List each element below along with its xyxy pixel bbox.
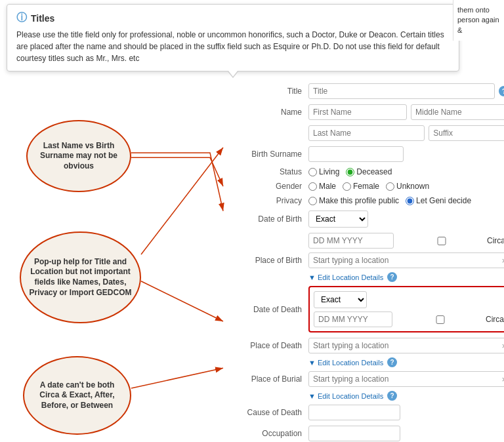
pob-edit-location-row: ▼ Edit Location Details ? <box>236 271 504 282</box>
burial-clear-icon[interactable]: × <box>501 374 504 384</box>
dod-type-select[interactable]: Exact Before After Between About Circa <box>314 291 367 308</box>
bubble-popup-help: Pop-up help for Title and Location but n… <box>20 231 141 323</box>
popup-body: Please use the title field only for prof… <box>16 29 450 64</box>
privacy-public-option[interactable]: Make this profile public <box>308 196 399 205</box>
title-label: Title <box>236 87 308 96</box>
page: ⓘ Titles Please use the title field only… <box>0 0 504 442</box>
main-content: Last Name vs Birth Surname may not be ob… <box>0 81 504 442</box>
burial-label: Place of Burial <box>236 374 308 384</box>
popup-title: ⓘ Titles <box>16 11 450 25</box>
dod-label: Date of Death <box>236 305 308 314</box>
pob-label: Place of Birth <box>236 256 308 265</box>
gender-female-option[interactable]: Female <box>343 182 379 191</box>
status-deceased-radio[interactable] <box>346 168 354 176</box>
first-name-input[interactable] <box>308 104 407 120</box>
cause-of-death-row: Cause of Death <box>236 405 504 420</box>
title-help-icon[interactable]: ? <box>499 86 504 96</box>
dob-row: Date of Birth Exact Before After Between… <box>236 211 504 228</box>
title-row: Title ? <box>236 83 504 99</box>
gender-unknown-radio[interactable] <box>386 182 394 191</box>
dob-input-row: Circa <box>236 230 504 249</box>
pob-input[interactable] <box>308 252 504 268</box>
burial-edit-control: ▼ Edit Location Details ? <box>308 390 504 401</box>
gender-male-option[interactable]: Male <box>308 182 336 191</box>
burial-input[interactable] <box>308 371 504 387</box>
last-name-input[interactable] <box>308 125 425 141</box>
cause-of-death-control <box>308 405 504 420</box>
occupation-input[interactable] <box>308 426 400 441</box>
pod-label: Place of Death <box>236 341 308 350</box>
burial-edit-help-icon[interactable]: ? <box>387 391 397 401</box>
right-note: them onto person again & <box>453 0 504 41</box>
status-control: Living Deceased <box>308 167 504 176</box>
dob-label: Date of Birth <box>236 214 308 224</box>
pob-clear-icon[interactable]: × <box>501 256 504 266</box>
pod-edit-help-icon[interactable]: ? <box>387 357 397 367</box>
dob-type-select[interactable]: Exact Before After Between About Circa C… <box>308 211 368 228</box>
occupation-control <box>308 426 504 441</box>
left-panel: Last Name vs Birth Surname may not be ob… <box>0 81 230 442</box>
pob-row: Place of Birth × <box>236 252 504 268</box>
dod-box: Exact Before After Between About Circa C… <box>308 286 504 332</box>
pob-edit-location-link[interactable]: ▼ Edit Location Details ? <box>308 272 504 282</box>
pob-input-wrapper: × <box>308 252 504 268</box>
pob-edit-control: ▼ Edit Location Details ? <box>308 271 504 282</box>
title-control: ? <box>308 83 504 99</box>
title-input[interactable] <box>308 83 495 99</box>
occupation-label: Occupation <box>236 429 308 438</box>
pod-row: Place of Death × <box>236 338 504 353</box>
pod-input-wrapper: × <box>308 338 504 353</box>
privacy-control: Make this profile public Let Geni decide <box>308 196 504 205</box>
dod-input-row-inner: Circa <box>314 311 504 327</box>
privacy-geni-option[interactable]: Let Geni decide <box>406 196 471 205</box>
suffix-input[interactable] <box>429 125 504 141</box>
status-living-option[interactable]: Living <box>308 167 339 176</box>
dod-circa-label[interactable]: Circa <box>398 315 504 324</box>
gender-unknown-option[interactable]: Unknown <box>386 182 429 191</box>
pob-control: × <box>308 252 504 268</box>
dod-date-input[interactable] <box>314 311 392 327</box>
lastname-control <box>308 125 504 141</box>
pod-edit-location-row: ▼ Edit Location Details ? <box>236 356 504 367</box>
gender-male-radio[interactable] <box>308 182 317 191</box>
status-living-radio[interactable] <box>308 168 317 176</box>
gender-row: Gender Male Female Unknown <box>236 182 504 191</box>
birth-surname-control <box>308 146 504 162</box>
privacy-geni-radio[interactable] <box>406 197 414 205</box>
burial-edit-location-link[interactable]: ▼ Edit Location Details ? <box>308 391 504 401</box>
dob-control: Exact Before After Between About Circa C… <box>308 211 504 228</box>
pod-clear-icon[interactable]: × <box>501 341 504 351</box>
gender-label: Gender <box>236 182 308 191</box>
burial-edit-chevron: ▼ <box>308 392 316 400</box>
pod-control: × <box>308 338 504 353</box>
pob-edit-help-icon[interactable]: ? <box>387 272 397 282</box>
dod-circa-checkbox[interactable] <box>398 315 483 324</box>
privacy-public-radio[interactable] <box>308 197 317 205</box>
birth-surname-input[interactable] <box>308 146 404 162</box>
gender-control: Male Female Unknown <box>308 182 504 191</box>
burial-input-wrapper: × <box>308 371 504 387</box>
dod-row: Date of Death Exact Before After Between… <box>236 286 504 332</box>
name-label: Name <box>236 108 308 117</box>
middle-name-input[interactable] <box>411 104 504 120</box>
name-row: Name <box>236 104 504 120</box>
burial-edit-location-row: ▼ Edit Location Details ? <box>236 390 504 401</box>
name-control <box>308 104 504 120</box>
status-row: Status Living Deceased <box>236 167 504 176</box>
birth-surname-label: Birth Surname <box>236 150 308 159</box>
cause-of-death-label: Cause of Death <box>236 408 308 417</box>
burial-row: Place of Burial × <box>236 371 504 387</box>
status-deceased-option[interactable]: Deceased <box>346 167 392 176</box>
dob-date-input[interactable] <box>308 233 394 249</box>
dob-circa-checkbox[interactable] <box>399 237 484 245</box>
dod-control: Exact Before After Between About Circa C… <box>308 286 504 332</box>
pod-input[interactable] <box>308 338 504 353</box>
form-panel: Title ? Name <box>230 81 504 442</box>
bubble-circa: A date can't be both Circa & Exact, Afte… <box>23 356 131 435</box>
status-label: Status <box>236 167 308 176</box>
gender-female-radio[interactable] <box>343 182 351 191</box>
privacy-row: Privacy Make this profile public Let Gen… <box>236 196 504 205</box>
cause-of-death-input[interactable] <box>308 405 400 420</box>
dob-circa-label[interactable]: Circa <box>399 236 504 245</box>
pod-edit-location-link[interactable]: ▼ Edit Location Details ? <box>308 357 504 367</box>
